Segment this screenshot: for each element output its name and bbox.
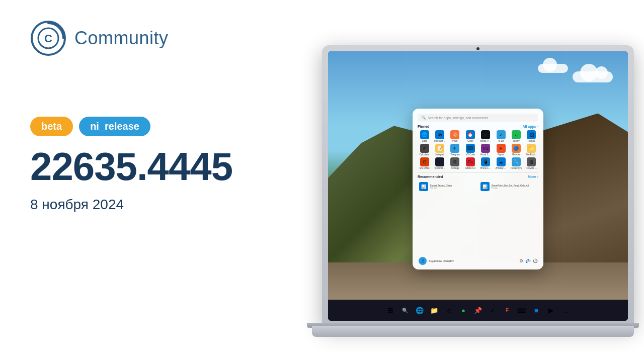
app-file-explorer[interactable]: 📁 File Explorer (525, 144, 538, 156)
app-visual-studio[interactable]: VS Visual Studio (479, 144, 493, 156)
laptop-body: 🔍 Search for apps, settings, and documen… (322, 45, 634, 327)
taskbar-media[interactable]: ▶ (544, 304, 557, 317)
app-todo[interactable]: ✓ To Do (494, 130, 508, 142)
search-icon: 🔍 (422, 116, 426, 120)
taskbar-figma[interactable]: F (501, 304, 514, 317)
app-spotify[interactable]: ♫ Spotify (509, 130, 523, 142)
ni-release-tag: ni_release (79, 117, 150, 136)
pinned-apps-grid: 🌐 Edge 🛍 Microsoft Store 🎨 Paint (418, 130, 538, 169)
laptop-base (312, 326, 634, 337)
app-photos[interactable]: 🖼 Photos (525, 130, 538, 142)
rec-item-1[interactable]: 📊 Export_Teams_Chats 14h ago (418, 180, 477, 193)
app-settings[interactable]: ⚙ Settings (448, 157, 462, 169)
right-panel: 🔍 Search for apps, settings, and documen… (302, 0, 644, 362)
app-notepad[interactable]: 📝 Notepad (433, 144, 446, 156)
taskbar-edge[interactable]: 🌐 (413, 304, 426, 317)
app-blender[interactable]: 🔵 Blender (509, 144, 523, 156)
logo-area: C Community (30, 20, 282, 56)
start-user-bar: 👤 Svyatoslav Demidov ⚙ 💤 ⏻ (416, 255, 540, 266)
user-controls: ⚙ 💤 ⏻ (519, 258, 537, 263)
start-search-bar[interactable]: 🔍 Search for apps, settings, and documen… (418, 114, 538, 122)
power-icon[interactable]: ⏻ (533, 258, 537, 263)
user-info[interactable]: 👤 Svyatoslav Demidov (419, 257, 454, 265)
settings-icon[interactable]: ⚙ (519, 258, 523, 263)
taskbar-more[interactable]: … (559, 304, 572, 317)
user-avatar: 👤 (419, 257, 427, 265)
taskbar-pin[interactable]: 📌 (471, 304, 485, 317)
cloud-2 (538, 64, 568, 73)
taskbar-spotify[interactable]: ♫ (442, 304, 455, 317)
laptop-mockup: 🔍 Search for apps, settings, and documen… (307, 5, 639, 357)
taskbar-explorer[interactable]: 📁 (428, 304, 441, 317)
pinned-section-title: Pinned All apps › (418, 125, 538, 128)
section-divider (418, 172, 538, 173)
recommended-items: 📊 Export_Teams_Chats 14h ago 📊 (418, 180, 538, 193)
start-menu: 🔍 Search for apps, settings, and documen… (413, 109, 543, 269)
taskbar-green[interactable]: ● (457, 304, 470, 317)
app-vscode[interactable]: ⌨ VS Code (463, 144, 477, 156)
taskbar-todo[interactable]: ✓ (486, 304, 499, 317)
desktop-wallpaper: 🔍 Search for apps, settings, and documen… (328, 51, 628, 300)
release-date: 8 ноября 2024 (30, 197, 282, 213)
username: Svyatoslav Demidov (429, 259, 454, 262)
taskbar-code[interactable]: ⌨ (515, 304, 528, 317)
webcam-dot (476, 47, 479, 50)
app-media-player[interactable]: ▶ Media Player (479, 130, 493, 142)
app-paint[interactable]: 🎨 Paint (448, 130, 462, 142)
app-ms-store[interactable]: 🛍 Microsoft Store (433, 130, 446, 142)
app-recycle-bin[interactable]: 🗑 Recycle Bin (525, 157, 538, 169)
app-adobe-cc[interactable]: Ps Adobe CC (463, 157, 477, 169)
search-placeholder: Search for apps, settings, and documents (428, 116, 488, 120)
app-clock[interactable]: ⏰ Clock (463, 130, 477, 142)
taskbar: ⊞ 🔍 🌐 📁 ♫ ● 📌 ✓ F ⌨ ■ ▶ … (328, 300, 628, 321)
tags-area: beta ni_release (30, 117, 282, 136)
app-edge[interactable]: 🌐 Edge (418, 130, 431, 142)
laptop-screen: 🔍 Search for apps, settings, and documen… (328, 51, 628, 321)
recommended-title: Recommended More › (418, 175, 538, 178)
app-ms-office[interactable]: O MS Office (418, 157, 431, 169)
taskbar-search[interactable]: 🔍 (398, 304, 412, 317)
app-calculator[interactable]: # Calculator (418, 144, 431, 156)
beta-tag: beta (30, 117, 73, 136)
svg-text:C: C (44, 32, 52, 45)
app-windows-365[interactable]: ☁ Windows 365 (494, 157, 508, 169)
app-telegram[interactable]: ✈ Telegram (448, 144, 462, 156)
sleep-icon[interactable]: 💤 (525, 258, 531, 263)
app-powertoys[interactable]: 🔧 PowerToys (509, 157, 523, 169)
app-figma[interactable]: F Figma (494, 144, 508, 156)
logo-text: Community (74, 28, 169, 49)
taskbar-start-button[interactable]: ⊞ (384, 304, 397, 317)
community-logo-icon: C (30, 20, 66, 56)
version-number: 22635.4445 (30, 146, 282, 188)
rec-item-2[interactable]: 📊 SharePoint_Site_Set_Read_Only_All 11h … (479, 180, 539, 193)
left-panel: C Community beta ni_release 22635.4445 8… (0, 0, 312, 362)
taskbar-blue[interactable]: ■ (530, 304, 543, 317)
app-terminal[interactable]: > Terminal Preview (433, 157, 446, 169)
cloud-1 (573, 71, 613, 82)
recommended-section: Recommended More › 📊 Export_Teams_Chats … (418, 175, 538, 193)
app-phone-link[interactable]: 📱 Phone Link (479, 157, 493, 169)
